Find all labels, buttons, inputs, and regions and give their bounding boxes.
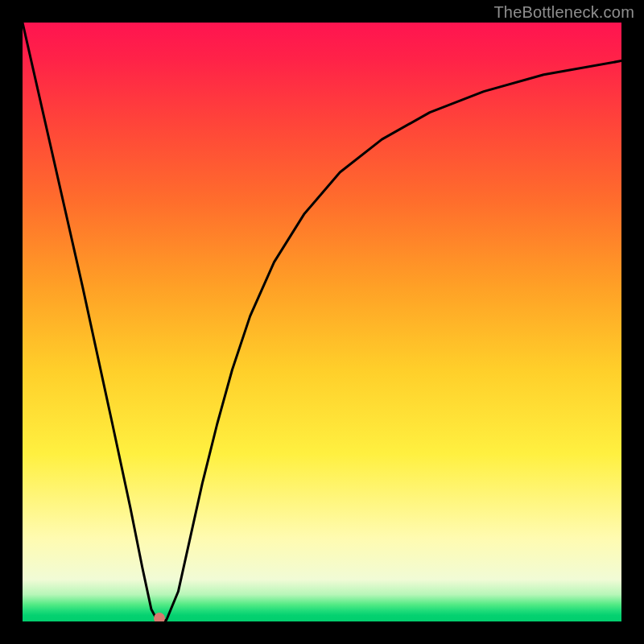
minimum-marker-dot	[154, 613, 165, 621]
bottleneck-curve	[23, 23, 621, 621]
plot-area	[23, 23, 621, 621]
watermark-text: TheBottleneck.com	[493, 3, 634, 22]
chart-frame: TheBottleneck.com	[0, 0, 644, 644]
